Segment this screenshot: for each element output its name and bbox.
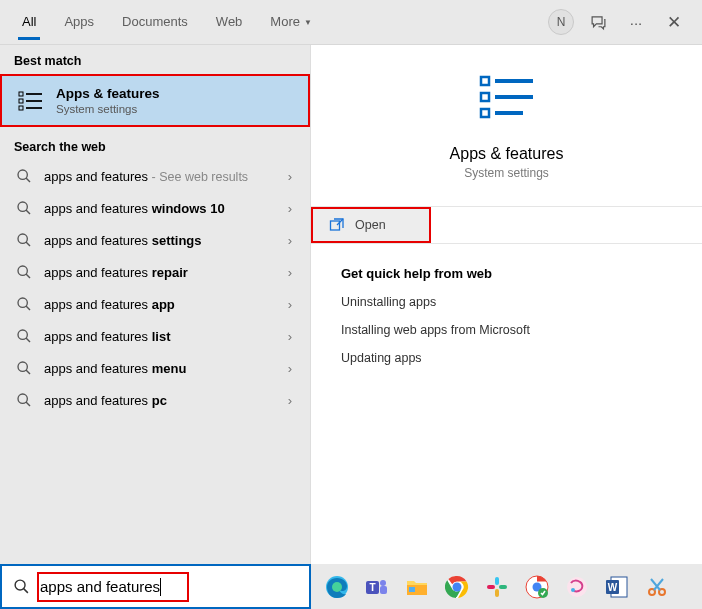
open-icon [329, 217, 345, 233]
web-result-item[interactable]: apps and features settings› [0, 224, 310, 256]
chevron-right-icon: › [284, 393, 296, 408]
taskbar-file-explorer-icon[interactable] [405, 575, 429, 599]
svg-line-17 [26, 338, 30, 342]
web-result-item[interactable]: apps and features repair› [0, 256, 310, 288]
tab-more[interactable]: More▼ [256, 4, 326, 41]
search-icon [16, 296, 32, 312]
web-result-text: apps and features menu [44, 361, 272, 376]
web-result-text: apps and features - See web results [44, 169, 272, 184]
tab-apps[interactable]: Apps [50, 4, 108, 41]
results-panel: Best match Apps & features System settin… [0, 45, 311, 564]
more-options-icon[interactable]: ··· [622, 8, 650, 36]
search-icon [16, 328, 32, 344]
svg-rect-42 [495, 577, 499, 585]
svg-point-8 [18, 202, 27, 211]
open-label: Open [355, 218, 386, 232]
svg-rect-45 [487, 585, 495, 589]
best-match-result[interactable]: Apps & features System settings [0, 74, 310, 127]
taskbar-chrome-icon[interactable] [445, 575, 469, 599]
tab-web[interactable]: Web [202, 4, 257, 41]
web-result-text: apps and features windows 10 [44, 201, 272, 216]
chevron-down-icon: ▼ [304, 18, 312, 27]
quick-help-title: Get quick help from web [341, 266, 672, 281]
preview-subtitle: System settings [331, 166, 682, 180]
search-icon [16, 392, 32, 408]
best-match-title: Apps & features [56, 86, 160, 101]
search-tabs: All Apps Documents Web More▼ [8, 4, 548, 41]
web-search-label: Search the web [0, 131, 310, 160]
preview-icon [331, 71, 682, 131]
taskbar-snipping-icon[interactable] [645, 575, 669, 599]
search-icon [16, 264, 32, 280]
quick-help-item[interactable]: Installing web apps from Microsoft [341, 323, 672, 337]
chevron-right-icon: › [284, 361, 296, 376]
open-button[interactable]: Open [311, 207, 431, 243]
svg-line-9 [26, 210, 30, 214]
header-icons: N ··· ✕ [548, 8, 694, 36]
svg-text:T: T [369, 582, 375, 593]
chevron-right-icon: › [284, 201, 296, 216]
svg-point-32 [332, 582, 342, 592]
web-result-item[interactable]: apps and features pc› [0, 384, 310, 416]
search-input-value: apps and features [40, 578, 160, 595]
web-result-item[interactable]: apps and features - See web results› [0, 160, 310, 192]
svg-line-13 [26, 274, 30, 278]
close-icon[interactable]: ✕ [660, 8, 688, 36]
quick-help-item[interactable]: Uninstalling apps [341, 295, 672, 309]
chevron-right-icon: › [284, 297, 296, 312]
taskbar-chrome-canary-icon[interactable] [525, 575, 549, 599]
search-icon [16, 360, 32, 376]
svg-rect-24 [481, 109, 489, 117]
svg-rect-38 [409, 587, 415, 592]
svg-rect-1 [19, 99, 23, 103]
taskbar: TW [311, 564, 702, 609]
taskbar-slack-icon[interactable] [485, 575, 509, 599]
svg-rect-44 [495, 589, 499, 597]
taskbar-onenote-icon[interactable] [565, 575, 589, 599]
svg-rect-28 [331, 221, 340, 230]
svg-line-11 [26, 242, 30, 246]
web-result-item[interactable]: apps and features list› [0, 320, 310, 352]
chevron-right-icon: › [284, 233, 296, 248]
svg-rect-43 [499, 585, 507, 589]
search-icon [16, 232, 32, 248]
search-box[interactable]: apps and features [0, 564, 311, 609]
svg-point-16 [18, 330, 27, 339]
chevron-right-icon: › [284, 265, 296, 280]
web-result-item[interactable]: apps and features menu› [0, 352, 310, 384]
svg-line-7 [26, 178, 30, 182]
svg-point-6 [18, 170, 27, 179]
svg-point-35 [380, 580, 386, 586]
preview-title: Apps & features [331, 145, 682, 163]
web-results-list: apps and features - See web results›apps… [0, 160, 310, 416]
svg-rect-0 [19, 92, 23, 96]
avatar[interactable]: N [548, 9, 574, 35]
best-match-label: Best match [0, 45, 310, 74]
quick-help-item[interactable]: Updating apps [341, 351, 672, 365]
best-match-subtitle: System settings [56, 103, 160, 115]
header: All Apps Documents Web More▼ N ··· ✕ [0, 0, 702, 45]
tab-all[interactable]: All [8, 4, 50, 41]
svg-point-14 [18, 298, 27, 307]
apps-features-icon [18, 88, 44, 114]
svg-rect-2 [19, 106, 23, 110]
taskbar-edge-icon[interactable] [325, 575, 349, 599]
svg-point-10 [18, 234, 27, 243]
preview-panel: Apps & features System settings Open Get… [311, 45, 702, 564]
chevron-right-icon: › [284, 169, 296, 184]
svg-line-19 [26, 370, 30, 374]
feedback-icon[interactable] [584, 8, 612, 36]
svg-point-51 [571, 588, 575, 592]
web-result-item[interactable]: apps and features app› [0, 288, 310, 320]
web-result-item[interactable]: apps and features windows 10› [0, 192, 310, 224]
text-caret [160, 578, 161, 596]
web-result-text: apps and features pc [44, 393, 272, 408]
svg-text:W: W [608, 582, 618, 593]
web-result-text: apps and features list [44, 329, 272, 344]
web-result-text: apps and features settings [44, 233, 272, 248]
svg-line-15 [26, 306, 30, 310]
taskbar-word-icon[interactable]: W [605, 575, 629, 599]
search-icon [16, 200, 32, 216]
tab-documents[interactable]: Documents [108, 4, 202, 41]
taskbar-teams-icon[interactable]: T [365, 575, 389, 599]
